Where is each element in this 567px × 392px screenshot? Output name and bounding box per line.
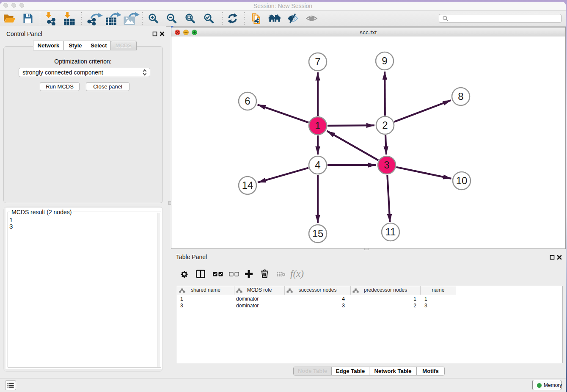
svg-text:2: 2 bbox=[382, 119, 388, 131]
svg-text:1: 1 bbox=[315, 120, 320, 131]
svg-text:10: 10 bbox=[456, 175, 468, 186]
svg-text:15: 15 bbox=[312, 228, 324, 239]
svg-text:4: 4 bbox=[315, 159, 320, 171]
svg-text:3: 3 bbox=[384, 159, 389, 171]
svg-text:6: 6 bbox=[245, 95, 250, 107]
svg-text:8: 8 bbox=[458, 91, 463, 102]
svg-text:11: 11 bbox=[385, 226, 396, 237]
svg-text:9: 9 bbox=[382, 55, 387, 66]
svg-text:7: 7 bbox=[315, 56, 320, 67]
svg-text:14: 14 bbox=[242, 179, 253, 191]
